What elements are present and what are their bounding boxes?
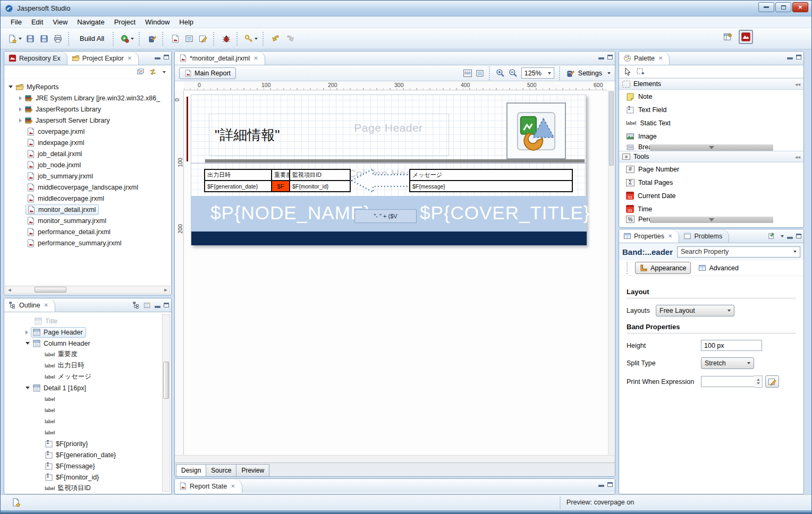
- band-divider-bar[interactable]: [205, 159, 585, 162]
- tree-item-file[interactable]: monitor_summary.jrxml: [4, 215, 171, 226]
- expander-icon[interactable]: [26, 387, 30, 389]
- tab-properties[interactable]: Properties ✕: [619, 229, 679, 243]
- menu-view[interactable]: View: [48, 17, 72, 27]
- compile-button[interactable]: [196, 32, 210, 46]
- tab-palette[interactable]: Palette ✕: [619, 52, 670, 65]
- open-perspective-button[interactable]: [721, 30, 734, 44]
- detail-band[interactable]: $P{NODE_NAME} "- " + ($V $P{COVER_TITLE}: [191, 196, 587, 232]
- run-button[interactable]: [119, 32, 136, 46]
- view-menu-dropdown[interactable]: [163, 71, 166, 73]
- maximize-view-icon[interactable]: [164, 55, 169, 59]
- title-static-text-element[interactable]: "詳細情報": [209, 114, 449, 156]
- advanced-tab-button[interactable]: Advanced: [696, 262, 741, 273]
- node-name-field[interactable]: $P{NODE_NAME}: [210, 202, 370, 224]
- outline-item-text-field[interactable]: $F{priority}: [4, 438, 171, 449]
- back-button[interactable]: [269, 32, 283, 46]
- tree-item-file-selected[interactable]: monitor_detail.jrxml: [4, 204, 171, 215]
- jaspersoft-perspective-button[interactable]: [739, 30, 753, 44]
- tab-close-icon[interactable]: ✕: [253, 55, 258, 61]
- palette-item-total-pages[interactable]: ΣTotal Pages: [619, 176, 803, 189]
- report-page[interactable]: Page Header "詳細情報" Column Header: [191, 95, 586, 245]
- tab-repository-explorer[interactable]: Repository Ex: [4, 52, 67, 65]
- main-report-button[interactable]: Main Report: [179, 67, 236, 79]
- editor-horizontal-scrollbar[interactable]: [175, 455, 615, 462]
- outline-item-text-field[interactable]: $F{monitor_id}: [4, 472, 171, 483]
- tree-item-jre-library[interactable]: JRE System Library [jre.win32.win32.x86_: [4, 92, 171, 104]
- expander-icon[interactable]: [9, 85, 13, 88]
- header-cell-priority[interactable]: 重要度: [272, 169, 290, 181]
- menu-file[interactable]: File: [6, 17, 27, 27]
- outline-item-static-text[interactable]: label: [4, 427, 171, 438]
- menu-edit[interactable]: Edit: [27, 17, 48, 27]
- outline-tree-mode-icon[interactable]: [132, 301, 140, 309]
- palette-item-page-number[interactable]: #Page Number: [619, 162, 803, 176]
- tab-close-icon[interactable]: ✕: [668, 233, 672, 239]
- tree-item-file[interactable]: job_detail.jrxml: [4, 148, 171, 159]
- print-button[interactable]: [51, 32, 65, 46]
- print-when-expression-input[interactable]: [701, 376, 754, 387]
- view-menu-dropdown[interactable]: [781, 235, 784, 237]
- build-all-button[interactable]: Build All: [74, 32, 109, 46]
- settings-icon[interactable]: [566, 69, 574, 78]
- tab-source[interactable]: Source: [206, 464, 236, 476]
- field-cell-generation-date[interactable]: $F{generation_date}: [205, 181, 272, 192]
- minimize-view-icon[interactable]: [598, 485, 604, 487]
- expression-spinner[interactable]: [754, 375, 763, 388]
- tab-report-state[interactable]: Report State ✕: [175, 479, 242, 493]
- settings-dropdown[interactable]: [607, 72, 611, 74]
- layouts-select[interactable]: Free Layout: [656, 305, 734, 316]
- search-property-combo[interactable]: Search Property: [677, 246, 800, 258]
- minimize-view-icon[interactable]: [787, 237, 793, 239]
- zoom-level-combo[interactable]: 125%: [521, 67, 554, 79]
- column-header-table-right[interactable]: メッセージ $F{message}: [409, 169, 573, 192]
- pin-view-icon[interactable]: [768, 232, 776, 240]
- scrollbar-thumb[interactable]: [163, 362, 169, 399]
- tab-close-icon[interactable]: ✕: [658, 55, 663, 61]
- palette-item-text-field[interactable]: Text Field: [619, 103, 803, 116]
- collapse-all-icon[interactable]: [137, 68, 145, 76]
- tab-preview[interactable]: Preview: [236, 464, 269, 476]
- field-cell-priority[interactable]: $F: [272, 181, 290, 192]
- minimize-view-icon[interactable]: [155, 306, 160, 308]
- tree-item-file[interactable]: middlecoverpage.jrxml: [4, 193, 171, 204]
- maximize-view-icon[interactable]: [796, 55, 801, 59]
- maximize-view-icon[interactable]: [796, 234, 801, 238]
- header-cell-message[interactable]: メッセージ: [410, 169, 572, 181]
- tree-item-file[interactable]: coverpage.jrxml: [4, 126, 171, 137]
- palette-item-static-text[interactable]: labelStatic Text: [619, 116, 803, 130]
- tab-outline[interactable]: Outline ✕: [4, 298, 55, 312]
- expander-icon[interactable]: [26, 330, 28, 335]
- minimize-view-icon[interactable]: [787, 57, 793, 59]
- appearance-tab-button[interactable]: Appearance: [635, 262, 691, 274]
- tab-project-explorer[interactable]: Project Explor ✕: [67, 52, 139, 65]
- tab-editor-monitor-detail[interactable]: *monitor_detail.jrxml ✕: [175, 52, 265, 65]
- tab-close-icon[interactable]: ✕: [128, 55, 132, 61]
- outline-item-page-header[interactable]: Page Header: [4, 327, 171, 338]
- new-wizard-button[interactable]: [7, 32, 23, 46]
- tab-close-icon[interactable]: ✕: [231, 483, 235, 489]
- scrollbar-thumb[interactable]: [609, 91, 614, 166]
- tree-item-file[interactable]: job_node.jrxml: [4, 159, 171, 170]
- menu-help[interactable]: Help: [174, 17, 198, 27]
- outline-item-text-field[interactable]: $F{generation_date}: [4, 449, 171, 460]
- maximize-view-icon[interactable]: [607, 55, 613, 59]
- palette-scroll-down[interactable]: [650, 144, 773, 151]
- keystore-dropdown[interactable]: [255, 38, 258, 40]
- outline-item-detail-band[interactable]: Detail 1 [16px]: [4, 382, 171, 393]
- tree-item-file[interactable]: job_summary.jrxml: [4, 170, 171, 182]
- xml-source-icon[interactable]: 010: [463, 70, 472, 77]
- maximize-view-icon[interactable]: [607, 482, 613, 487]
- palette-item-note[interactable]: Note: [619, 90, 803, 103]
- save-all-button[interactable]: [37, 32, 51, 46]
- palette-section-elements[interactable]: Elements ◂◂: [619, 78, 803, 90]
- close-button[interactable]: ✕: [792, 2, 808, 12]
- header-cell-datetime[interactable]: 出力日時: [205, 169, 272, 181]
- expander-icon[interactable]: [26, 342, 30, 345]
- select-cursor-icon[interactable]: [623, 67, 632, 76]
- outline-item-static-text[interactable]: label出力日時: [4, 360, 171, 371]
- outline-item-static-text[interactable]: label: [4, 393, 171, 405]
- menu-navigate[interactable]: Navigate: [72, 17, 109, 27]
- collapse-section-icon[interactable]: ◂◂: [795, 154, 800, 160]
- zoom-out-icon[interactable]: [509, 68, 518, 78]
- outline-item-title[interactable]: Title: [4, 315, 171, 327]
